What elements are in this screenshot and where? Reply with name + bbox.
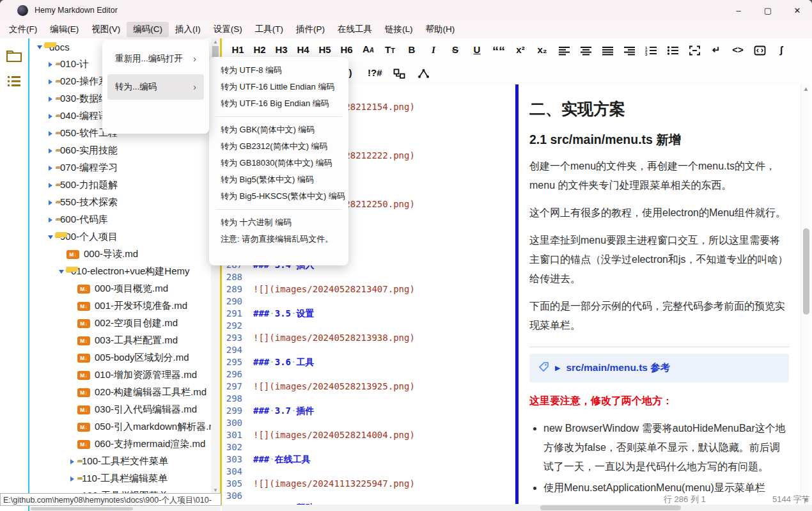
encoding-submenu-item[interactable]: 转为 Big5-HKSCS(繁体中文) 编码: [209, 188, 348, 205]
editor-line[interactable]: 299###·3.7·插件: [222, 405, 515, 418]
h2-icon[interactable]: H2: [253, 45, 267, 55]
encoding-submenu-item[interactable]: 转为 GB2312(简体中文) 编码: [209, 138, 348, 155]
line-break-icon[interactable]: ↵: [709, 45, 723, 55]
chevron-right-icon[interactable]: [45, 131, 56, 136]
scrollbar-thumb[interactable]: [31, 507, 133, 510]
underline-icon[interactable]: U: [470, 45, 484, 55]
minimize-button[interactable]: –: [724, 0, 753, 20]
align-justify-icon[interactable]: [600, 44, 614, 55]
tree-item-file[interactable]: M↓050-引入markdown解析器.md: [29, 418, 211, 436]
editor-line[interactable]: 288: [222, 272, 515, 284]
tree-item-folder[interactable]: 500-力扣题解: [29, 177, 211, 194]
align-right-icon[interactable]: [622, 44, 636, 55]
scroll-up-icon[interactable]: ▲: [211, 39, 220, 45]
chevron-right-icon[interactable]: [45, 79, 56, 84]
tree-item-file[interactable]: M↓003-工具栏配置.md: [29, 332, 211, 349]
editor-line[interactable]: 303###·在线工具: [222, 454, 515, 466]
encoding-submenu-item[interactable]: 转为 UTF-8 编码: [209, 62, 348, 79]
tree-item-folder[interactable]: 900-个人项目: [29, 228, 211, 246]
superscript-icon[interactable]: x²: [513, 45, 527, 55]
tree-item-folder[interactable]: 100-工具栏文件菜单: [29, 453, 211, 470]
punctuation-icon[interactable]: !?#: [368, 68, 382, 78]
chevron-right-icon[interactable]: [45, 217, 56, 223]
tree-item-folder[interactable]: 010-electron+vue构建Hemy: [29, 263, 211, 280]
inline-code-icon[interactable]: <>: [731, 45, 745, 55]
ordered-list-icon[interactable]: 123: [644, 44, 658, 55]
editor-line[interactable]: 297![](images/20240528213925.png): [222, 381, 515, 393]
tree-item-folder[interactable]: 110-工具栏编辑菜单: [29, 470, 211, 487]
encoding-submenu-item[interactable]: 转为 GB18030(简体中文) 编码: [209, 155, 348, 171]
code-block-icon[interactable]: [753, 44, 767, 55]
chevron-right-icon[interactable]: [45, 97, 56, 102]
align-left-icon[interactable]: [557, 44, 571, 55]
task-list-icon[interactable]: [687, 44, 701, 55]
expand-arrow-icon[interactable]: ▶: [555, 364, 560, 372]
menubar-item[interactable]: 工具(T): [249, 22, 290, 37]
menubar-item[interactable]: 帮助(H): [419, 22, 462, 37]
tree-item-folder[interactable]: 550-技术探索: [29, 194, 211, 211]
chevron-right-icon[interactable]: [45, 114, 56, 119]
tree-item-file[interactable]: M↓001-开发环境准备.md: [29, 297, 211, 315]
scrollbar-thumb[interactable]: [803, 228, 809, 315]
editor-line[interactable]: 295###·3.6·工具: [222, 357, 515, 369]
h4-icon[interactable]: H4: [296, 45, 310, 55]
h6-icon[interactable]: H6: [340, 45, 354, 55]
editor-line[interactable]: 301![](images/20240528214004.png): [222, 430, 515, 442]
tree-item-file[interactable]: M↓030-引入代码编辑器.md: [29, 401, 211, 418]
reference-callout[interactable]: ▶src/main/menu.ts 参考: [529, 354, 789, 382]
chevron-right-icon[interactable]: [45, 166, 56, 171]
tree-item-file[interactable]: M↓002-空项目创建.md: [29, 315, 211, 332]
h3-icon[interactable]: H3: [274, 45, 288, 55]
encoding-submenu-item[interactable]: 转为 GBK(简体中文) 编码: [209, 122, 348, 138]
encoding-submenu-item[interactable]: 转为 十六进制 编码: [209, 214, 348, 231]
letter-case-icon[interactable]: TT: [383, 45, 397, 56]
tree-item-file[interactable]: M↓000-导读.md: [29, 246, 211, 263]
chevron-right-icon[interactable]: [67, 459, 77, 464]
preview-scrollbar[interactable]: ▲ ▼: [800, 84, 811, 505]
menubar-item[interactable]: 在线工具: [331, 22, 379, 37]
scroll-down-icon[interactable]: ▼: [211, 487, 220, 493]
close-button[interactable]: ✕: [783, 0, 812, 20]
blockquote-icon[interactable]: ““: [492, 45, 506, 55]
outline-list-icon[interactable]: [6, 73, 22, 90]
menubar-item[interactable]: 文件(F): [3, 22, 43, 37]
font-size-icon[interactable]: AA: [361, 44, 375, 56]
tree-item-file[interactable]: M↓010-增加资源管理器.md: [29, 366, 211, 384]
maximize-button[interactable]: ▢: [753, 0, 783, 20]
sidebar-horizontal-scrollbar[interactable]: [29, 507, 221, 511]
italic-icon[interactable]: I: [426, 45, 441, 55]
menubar-item[interactable]: 视图(V): [85, 22, 127, 37]
editor-line[interactable]: 302: [222, 442, 515, 454]
menubar-item[interactable]: 插入(I): [169, 22, 207, 37]
tree-item-file[interactable]: M↓000-项目概览.md: [29, 280, 211, 297]
editor-line[interactable]: 296: [222, 369, 515, 381]
subscript-icon[interactable]: x₂: [535, 45, 549, 55]
h5-icon[interactable]: H5: [318, 45, 332, 55]
editor-line[interactable]: 304: [222, 466, 515, 478]
graph-icon[interactable]: [417, 67, 431, 78]
editor-line[interactable]: 294: [222, 345, 515, 357]
chevron-right-icon[interactable]: [45, 200, 56, 205]
editor-line[interactable]: 292: [222, 320, 515, 333]
menubar-item[interactable]: 插件(P): [290, 22, 331, 37]
encoding-menu-item[interactable]: 重新用...编码打开›: [107, 46, 204, 72]
editor-line[interactable]: 290: [222, 296, 515, 308]
tree-item-file[interactable]: M↓060-支持mermaid渲染.md: [29, 436, 211, 453]
encoding-submenu-item[interactable]: 转为 UTF-16 Little Endian 编码: [209, 79, 348, 95]
editor-line[interactable]: 305![](images/20241113225947.png): [222, 478, 515, 491]
menubar-item[interactable]: 链接(L): [379, 22, 419, 37]
chevron-right-icon[interactable]: [45, 183, 56, 188]
strikethrough-icon[interactable]: S: [448, 45, 462, 55]
unordered-list-icon[interactable]: [666, 44, 680, 55]
tree-item-file[interactable]: M↓020-构建编辑器工具栏.md: [29, 384, 211, 401]
editor-line[interactable]: 298: [222, 393, 515, 405]
chevron-right-icon[interactable]: [45, 148, 56, 153]
tree-item-folder[interactable]: 070-编程学习: [29, 159, 211, 177]
menubar-item[interactable]: 编码(C): [127, 22, 169, 37]
tree-item-folder[interactable]: 060-实用技能: [29, 142, 211, 159]
encoding-submenu-item[interactable]: 转为 UTF-16 Big Endian 编码: [209, 95, 348, 112]
encoding-menu-item[interactable]: 转为...编码›: [107, 74, 204, 100]
editor-line[interactable]: 300: [222, 418, 515, 430]
explorer-folder-icon[interactable]: [6, 47, 22, 64]
menubar-item[interactable]: 设置(S): [207, 22, 249, 37]
